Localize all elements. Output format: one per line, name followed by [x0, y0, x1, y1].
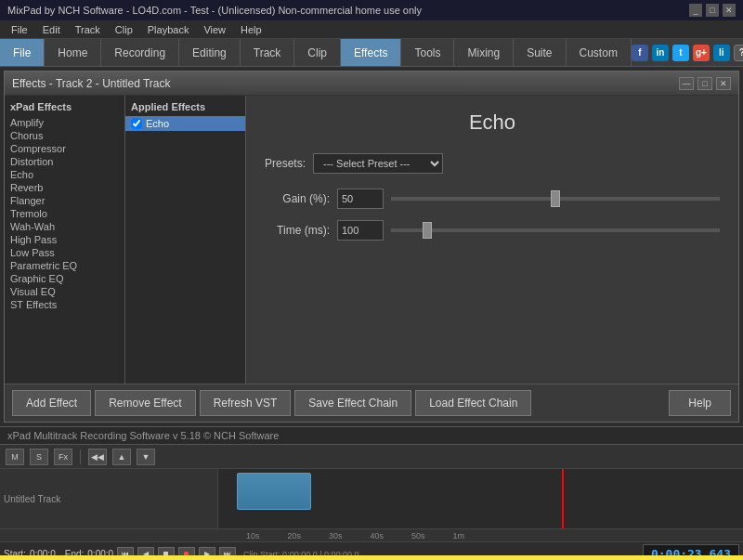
tab-effects[interactable]: Effects: [341, 39, 401, 66]
toolbar: File Home Recording Editing Track Clip E…: [0, 39, 743, 67]
transport-bar: Start: 0:00:0 End: 0:00:0 ⏮ ◀ ⏹ ⏺ ▶ ⏭ Cl…: [0, 541, 743, 555]
menu-edit[interactable]: Edit: [35, 23, 68, 36]
tab-clip[interactable]: Clip: [294, 39, 341, 66]
xpad-effects-panel: xPad Effects Amplify Chorus Compressor D…: [5, 96, 125, 384]
load-effect-chain-button[interactable]: Load Effect Chain: [415, 390, 531, 416]
transport-stop[interactable]: ⏹: [158, 547, 175, 556]
xpad-effect-amplify[interactable]: Amplify: [5, 116, 124, 129]
tab-suite[interactable]: Suite: [514, 39, 566, 66]
nch-info-text: xPad Multitrack Recording Software v 5.1…: [7, 430, 279, 441]
refresh-vst-button[interactable]: Refresh VST: [200, 390, 292, 416]
effects-minimize[interactable]: —: [679, 77, 694, 90]
daw-vol-up-button[interactable]: ▲: [112, 449, 131, 465]
xpad-effect-chorus[interactable]: Chorus: [5, 129, 124, 142]
daw-track-area: Untitled Track: [0, 469, 743, 528]
effect-buttons-bar: Add Effect Remove Effect Refresh VST Sav…: [5, 384, 738, 422]
track-label: Untitled Track: [4, 494, 60, 504]
menu-track[interactable]: Track: [68, 23, 108, 36]
applied-effect-echo-checkbox[interactable]: [131, 118, 142, 129]
save-effect-chain-button[interactable]: Save Effect Chain: [294, 390, 411, 416]
xpad-effect-lowpass[interactable]: Low Pass: [5, 246, 124, 259]
effects-maximize[interactable]: □: [697, 77, 712, 90]
transport-record[interactable]: ⏺: [178, 547, 195, 556]
xpad-effect-compressor[interactable]: Compressor: [5, 142, 124, 155]
menu-view[interactable]: View: [196, 23, 233, 36]
daw-back-button[interactable]: ◀◀: [88, 449, 107, 465]
tab-tools[interactable]: Tools: [401, 39, 454, 66]
minimize-button[interactable]: _: [689, 4, 702, 17]
tab-recording[interactable]: Recording: [101, 39, 179, 66]
social-linkedin[interactable]: in: [652, 45, 669, 61]
track-clip[interactable]: [237, 473, 311, 510]
daw-vol-down-button[interactable]: ▼: [137, 449, 155, 465]
ruler-40s: 40s: [343, 531, 385, 540]
time-slider-container: [391, 220, 720, 241]
daw-fx-button[interactable]: Fx: [54, 449, 72, 465]
tab-home[interactable]: Home: [45, 39, 101, 66]
preset-select[interactable]: --- Select Preset ---: [313, 153, 443, 174]
transport-prev[interactable]: ◀: [137, 547, 154, 556]
menu-file[interactable]: File: [4, 23, 35, 36]
effects-titlebar-controls: — □ ✕: [679, 77, 731, 90]
daw-mute-button[interactable]: M: [6, 449, 24, 465]
xpad-effect-distortion[interactable]: Distortion: [5, 155, 124, 168]
transport-end[interactable]: ⏭: [219, 547, 236, 556]
tab-track[interactable]: Track: [241, 39, 295, 66]
xpad-effect-reverb[interactable]: Reverb: [5, 181, 124, 194]
transport-end-value: 0:00:0: [87, 549, 113, 555]
ruler-10s: 10s: [218, 531, 260, 540]
social-help[interactable]: ?: [734, 45, 743, 61]
social-google[interactable]: g+: [693, 45, 710, 61]
track-header: Untitled Track: [0, 469, 218, 528]
tab-custom[interactable]: Custom: [567, 39, 632, 66]
close-button[interactable]: ✕: [723, 4, 736, 17]
time-slider[interactable]: [391, 228, 720, 232]
title-bar-text: MixPad by NCH Software - LO4D.com - Test…: [7, 5, 422, 16]
xpad-effect-echo[interactable]: Echo: [5, 168, 124, 181]
gain-slider[interactable]: [391, 197, 720, 201]
ruler-20s: 20s: [260, 531, 302, 540]
daw-divider: [80, 449, 81, 464]
tab-editing[interactable]: Editing: [179, 39, 241, 66]
help-button[interactable]: Help: [669, 390, 731, 416]
ruler-1m: 1m: [425, 531, 465, 540]
daw-solo-button[interactable]: S: [30, 449, 48, 465]
xpad-effect-tremolo[interactable]: Tremolo: [5, 207, 124, 220]
xpad-effect-highpass[interactable]: High Pass: [5, 233, 124, 246]
track-content[interactable]: [218, 469, 743, 528]
xpad-effect-flanger[interactable]: Flanger: [5, 194, 124, 207]
time-input[interactable]: [337, 220, 384, 241]
xpad-effects-header: xPad Effects: [5, 99, 124, 116]
effects-window-title: Effects - Track 2 - Untitled Track: [12, 77, 171, 90]
transport-rewind[interactable]: ⏮: [117, 547, 134, 556]
xpad-effect-wahwah[interactable]: Wah-Wah: [5, 220, 124, 233]
transport-play[interactable]: ▶: [199, 547, 215, 556]
menu-playback[interactable]: Playback: [140, 23, 197, 36]
time-display: 0:00:23.643: [643, 544, 739, 555]
tab-file[interactable]: File: [0, 39, 45, 66]
xpad-effect-parametric[interactable]: Parametric EQ: [5, 259, 124, 272]
xpad-effect-graphic[interactable]: Graphic EQ: [5, 272, 124, 285]
add-effect-button[interactable]: Add Effect: [12, 390, 91, 416]
xpad-effect-st[interactable]: ST Effects: [5, 298, 124, 311]
social-twitter[interactable]: t: [672, 45, 689, 61]
gain-input[interactable]: [337, 189, 384, 209]
maximize-button[interactable]: □: [706, 4, 719, 17]
title-bar-controls: _ □ ✕: [689, 4, 736, 17]
social-linkedin2[interactable]: li: [713, 45, 730, 61]
remove-effect-button[interactable]: Remove Effect: [95, 390, 195, 416]
menu-help[interactable]: Help: [233, 23, 269, 36]
social-facebook[interactable]: f: [632, 45, 648, 61]
menu-clip[interactable]: Clip: [108, 23, 140, 36]
applied-effect-echo[interactable]: Echo: [125, 116, 245, 131]
transport-start-value: 0:00:0: [30, 549, 56, 555]
xpad-effect-visual[interactable]: Visual EQ: [5, 285, 124, 298]
tab-mixing[interactable]: Mixing: [454, 39, 514, 66]
applied-effects-header: Applied Effects: [125, 99, 245, 116]
effects-close[interactable]: ✕: [716, 77, 731, 90]
ruler-50s: 50s: [384, 531, 425, 540]
notification-bar: Watch video tutorials and learn how to u…: [0, 555, 743, 560]
gain-label: Gain (%):: [265, 192, 330, 205]
gain-slider-container: [391, 189, 720, 209]
time-param-row: Time (ms):: [265, 220, 720, 241]
